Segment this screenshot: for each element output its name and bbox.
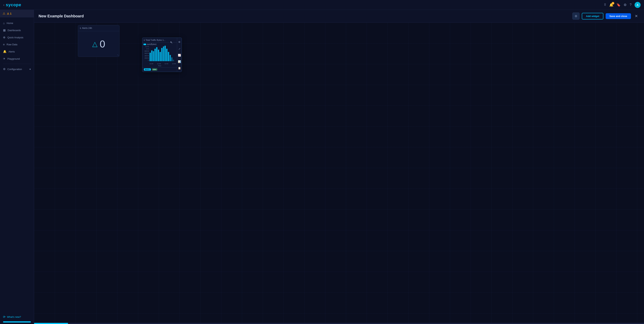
sidebar-item-alerts[interactable]: 🔔 Alerts [0, 48, 34, 55]
whats-new-button[interactable]: ⟳ What's new? [0, 313, 34, 321]
widget-alerts-value: 0 [100, 38, 105, 50]
dashboard-title: New Example Dashboard [38, 14, 84, 18]
sidebar-item-configuration[interactable]: ⚙ Configuration ▾ [0, 65, 34, 73]
add-widget-button[interactable]: Add widget [582, 13, 603, 19]
nav-divider [3, 64, 31, 64]
sidebar-item-label: Home [6, 22, 13, 24]
nav-items: ⌂ Home ▦ Dashboards ⊕ Quick Analysis ≡ R… [0, 17, 34, 313]
legend-label: sum(Bytes) [147, 43, 156, 45]
y-label: 300 M [144, 55, 149, 57]
info-icon: ℹ [80, 27, 81, 29]
x-label: 12:34 [150, 63, 153, 64]
widget-alerts-header: ℹ Alerts 24h [78, 25, 119, 31]
x-axis-title: Time [144, 64, 176, 67]
alerts-icon: 🔔 [3, 50, 6, 53]
traffic-gear-button[interactable]: ⚙ [178, 40, 181, 44]
sidebar: ⚠ ⚠ 1 ⌂ Home ▦ Dashboards ⊕ Quick Analys… [0, 10, 34, 324]
sidebar-item-dashboards[interactable]: ▦ Dashboards [0, 27, 34, 34]
sidebar-item-label: Configuration [7, 68, 22, 71]
legend-swatch [144, 44, 146, 45]
y-label: 800 M [144, 50, 149, 52]
chart-legend: sum(Bytes) [144, 43, 176, 45]
alert-count-label: ⚠ 1 [7, 12, 12, 15]
chart-bar-2 [153, 51, 154, 61]
dashboard-grid[interactable]: ℹ Alerts 24h △ 0 ⤡ ℹ Total Traffi [34, 22, 644, 323]
bookmarks-icon[interactable]: 🔖 [616, 3, 620, 7]
dashboard-header: New Example Dashboard ⚙ Add widget Save … [34, 10, 644, 22]
y-label: 500 M [144, 52, 149, 54]
chart-bar-13 [171, 57, 172, 61]
sidebar-item-label: Playground [7, 57, 20, 60]
chart-bar-6 [160, 52, 161, 61]
chart-line-icon[interactable]: 📈 [178, 54, 181, 57]
save-close-button[interactable]: Save and close [606, 13, 631, 19]
x-label: 12:46 [172, 63, 176, 64]
whats-new-icon: ⟳ [3, 315, 6, 319]
chart-bar-4 [156, 47, 158, 61]
dashboards-icon: ▦ [3, 28, 6, 32]
widget-traffic-title: Total Traffic Bytes 1... [146, 39, 166, 41]
x-label: 12:42 [164, 63, 168, 64]
help-icon[interactable]: ? [630, 3, 632, 7]
sidebar-item-home[interactable]: ⌂ Home [0, 20, 34, 27]
chart-bar-12 [170, 55, 171, 61]
chart-bar-7 [161, 48, 162, 61]
notifications-icon[interactable]: 🔔 8 [609, 3, 614, 7]
sidebar-item-quick-analysis[interactable]: ⊕ Quick Analysis [0, 34, 34, 41]
settings-icon[interactable]: ⚙ [624, 3, 626, 7]
alert-triangle-icon: △ [92, 40, 98, 48]
y-label: 200 M [144, 57, 149, 59]
chevron-down-icon: ▾ [30, 68, 31, 71]
chart-bars [150, 46, 176, 61]
resize-handle-icon[interactable]: ⤡ [117, 54, 119, 56]
main-layout: ⚠ ⚠ 1 ⌂ Home ▦ Dashboards ⊕ Quick Analys… [0, 10, 644, 324]
widget-traffic-bytes[interactable]: ℹ Total Traffic Bytes 1... sum(Bytes) [142, 37, 182, 72]
dashboard-actions: ⚙ Add widget Save and close ✕ [572, 12, 640, 20]
notification-badge: 8 [612, 2, 614, 4]
topbar-actions: ⠿ 🔔 8 🔖 ⚙ ? A [604, 2, 640, 8]
chart-bar-3 [154, 49, 156, 61]
chart-bar-1 [151, 50, 152, 61]
widget-alerts-title: Alerts 24h [82, 27, 92, 29]
table-icon[interactable]: 📋 [178, 67, 181, 69]
expand-icon[interactable]: ⤢ [178, 47, 180, 50]
chart-bar-icon[interactable]: 📊 [178, 60, 181, 63]
chart-bar-5 [158, 50, 159, 61]
sidebar-item-raw-data[interactable]: ≡ Raw Data [0, 41, 34, 48]
y-label: 0 [144, 59, 149, 61]
sidebar-item-playground[interactable]: ✈ Playground [0, 55, 34, 62]
traffic-settings-icon[interactable]: ⚙ [178, 40, 181, 44]
y-label: 1 G [144, 48, 149, 50]
chart-bar-10 [166, 49, 168, 61]
avatar[interactable]: A [634, 2, 640, 8]
widget-alerts-body: △ 0 [78, 31, 119, 57]
logo: ‹ sycope [4, 2, 21, 7]
logo-text: sycope [6, 2, 21, 7]
widget-traffic-inner: ℹ Total Traffic Bytes 1... sum(Bytes) [142, 38, 182, 72]
grid-background [34, 22, 644, 323]
chart-x-labels: 12:34 12:38 12:42 12:46 [150, 63, 176, 64]
traffic-chart-area: sum(Bytes) 1.2 G 1 G 800 M 500 M 300 M 2… [142, 42, 177, 67]
chart-bar-9 [164, 46, 166, 61]
close-button[interactable]: ✕ [633, 13, 640, 19]
configuration-icon: ⚙ [3, 67, 6, 71]
sidebar-item-label: Alerts [8, 50, 15, 53]
quick-analysis-icon: ⊕ [3, 36, 6, 39]
dashboard-settings-button[interactable]: ⚙ [572, 12, 580, 20]
traffic-right-icons: ⚙ ⤢ 📈 📊 📋 [177, 38, 182, 72]
home-icon: ⌂ [3, 21, 5, 25]
alert-banner[interactable]: ⚠ ⚠ 1 [0, 10, 34, 17]
chart-y-labels: 1.2 G 1 G 800 M 500 M 300 M 200 M 0 [144, 46, 149, 61]
widget-traffic-left: ℹ Total Traffic Bytes 1... sum(Bytes) [142, 38, 177, 72]
horizontal-scrollbar[interactable] [34, 323, 644, 324]
playground-icon: ✈ [3, 57, 6, 60]
widget-alerts-24h[interactable]: ℹ Alerts 24h △ 0 ⤡ [78, 25, 120, 57]
content-area: New Example Dashboard ⚙ Add widget Save … [34, 10, 644, 324]
collapse-nav-icon[interactable]: ‹ [4, 3, 4, 6]
chart-bar-11 [168, 52, 169, 61]
topbar: ‹ sycope ⠿ 🔔 8 🔖 ⚙ ? A [0, 0, 644, 10]
scroll-thumb[interactable] [34, 323, 68, 324]
x-label: 12:38 [157, 63, 161, 64]
y-label: 1.2 G [144, 46, 149, 47]
apps-icon[interactable]: ⠿ [604, 3, 606, 6]
